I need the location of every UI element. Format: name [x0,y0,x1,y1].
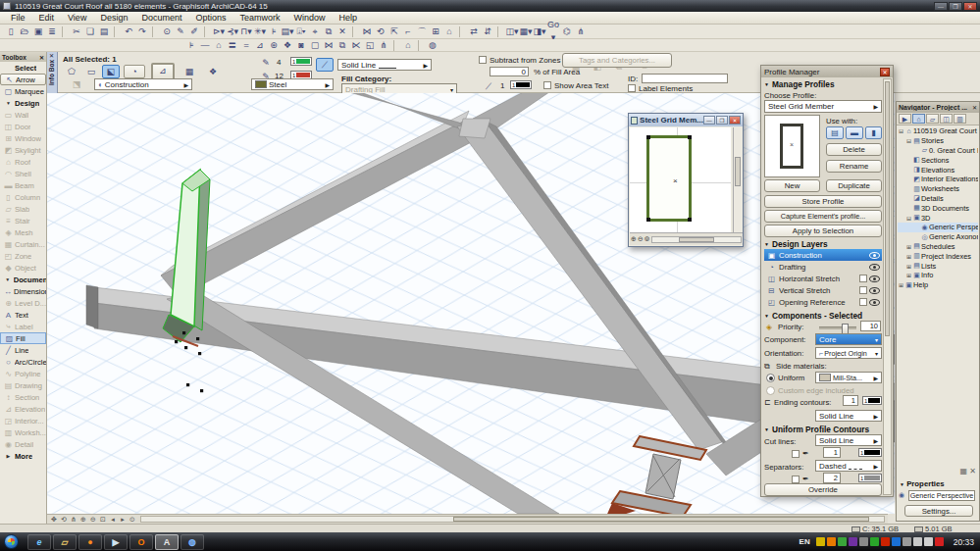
menu-view[interactable]: View [61,13,93,23]
uniform-radio[interactable] [766,374,775,382]
globe-icon[interactable]: ◍ [426,39,439,52]
arc-segment-icon[interactable]: ⌂ [212,39,226,52]
profile-polygon[interactable] [646,135,692,222]
pm-layer-opening-reference[interactable]: ◰ Opening Reference [764,296,882,308]
separators-dropdown[interactable]: Dashed▶ [815,460,882,472]
fw-vertical-scrollbar[interactable] [733,127,742,232]
tool-interior-elevation[interactable]: ◲ Interior... [0,415,46,426]
show-area-text-checkbox[interactable] [543,81,551,89]
tray-icon-8[interactable] [892,537,901,546]
apply-to-selection-button[interactable]: Apply to Selection [764,225,882,237]
tool-elevation[interactable]: ⊿ Elevation [0,403,46,415]
copy2-icon[interactable]: ⧉ [335,39,349,52]
info-box-tab[interactable]: ✕ Info Box [47,52,58,93]
minimize-button[interactable]: — [934,2,948,11]
use-with-wall-button[interactable]: ▤ [826,126,844,139]
ending-pen-value[interactable]: 1 [843,395,858,406]
tray-icon-6[interactable] [870,537,879,546]
home-icon[interactable]: ⌂ [442,25,456,38]
profile-editor-canvas[interactable]: × [630,127,731,232]
taskbar-archicad[interactable]: A [155,534,179,550]
orientation-dropdown[interactable]: ⌐Project Origin▾ [815,347,882,359]
fg-pen-swatch[interactable]: 1 [290,57,312,66]
expander-icon[interactable]: ⊞ [898,281,904,288]
teamwork-receive-icon[interactable]: ⇵ [481,25,494,38]
stretch-icon[interactable]: ⇱ [387,25,401,38]
tool-door[interactable]: ◫ Door [0,121,46,132]
geometry-method-2-icon[interactable]: ▭ [82,65,100,78]
layer-visibility-eye-icon[interactable] [869,276,880,282]
nav-item-sections[interactable]: ◧ Sections [898,155,978,165]
nav-item-interior-elevations[interactable]: ◩ Interior Elevations [898,175,978,184]
tray-icon-5[interactable] [859,537,868,546]
tool-level-dimension[interactable]: ⊕ Level D... [0,297,46,309]
taskbar-firefox[interactable]: ● [78,534,102,550]
cutlines-dropdown[interactable]: Solid Line▶ [815,434,882,446]
nav-item-schedules[interactable]: ⊞ ▤ Schedules [898,242,978,252]
navigator-close-icon[interactable]: ✕ [972,104,977,111]
previous-zoom-icon[interactable]: ◂ [108,516,118,524]
trim-dropdown-icon[interactable]: ⊰▾ [226,25,239,38]
new-button[interactable]: New [764,179,820,192]
cut-icon[interactable]: ✂ [70,25,83,38]
zoom-in-vp-icon[interactable]: ⊕ [78,516,88,524]
nav-item-details[interactable]: ◪ Details [898,194,978,204]
camera-icon[interactable]: ⌬ [560,25,574,38]
pan-icon[interactable]: ✥ [49,516,59,524]
look-to-icon[interactable]: ⊙ [128,516,137,524]
use-with-beam-button[interactable]: ▬ [846,126,863,139]
section-manage-profiles[interactable]: ▼Manage Profiles [764,79,835,89]
profile-select-dropdown[interactable]: Steel Grid Member▶ [764,100,882,113]
tool-shell[interactable]: ◠ Shell [0,168,46,179]
sep[interactable] [352,26,357,37]
layer-visibility-eye-icon[interactable] [869,264,880,271]
pm-layer-vertical-stretch[interactable]: ⊟ Vertical Stretch [764,284,882,296]
layout-book-icon[interactable]: ◫ [940,114,953,124]
camera2-icon[interactable]: ◙ [294,39,308,52]
profile-editor-titlebar[interactable]: Steel Grid Mem... — ❐ ✕ [629,114,743,126]
arc-icon[interactable]: ⌒ [415,25,429,38]
priority-value[interactable]: 10 [860,321,881,331]
section-design-layers[interactable]: ▼Design Layers [764,239,828,249]
taskbar-explorer[interactable]: ▱ [53,534,77,550]
stretch2-icon[interactable]: ⋈ [322,39,335,52]
delete-button[interactable]: Delete [826,143,882,156]
uniform-material-dropdown[interactable]: Mill-Sta...▶ [815,372,882,383]
expander-icon[interactable]: ⊞ [905,253,912,260]
line-type-dropdown[interactable]: Solid Line▶ [337,59,432,71]
inject-parameters-icon[interactable]: ✐ [187,25,201,38]
bold-line-icon[interactable]: 〓 [226,39,239,52]
rename-button[interactable]: Rename [826,160,882,173]
gravity-icon[interactable]: ⍗▾ [294,25,308,38]
walk-mode-icon[interactable]: ⋔ [69,516,78,524]
fillet-icon[interactable]: ⌐ [401,25,415,38]
tool-column[interactable]: ▯ Column [0,191,46,203]
walk-icon[interactable]: ⋔ [574,25,588,38]
tool-mesh[interactable]: ◈ Mesh [0,226,46,238]
rotate2-icon[interactable]: ◱ [363,39,377,52]
layer-checkbox[interactable] [859,298,867,306]
zoom-out-icon[interactable]: ⊖ [638,235,644,243]
taskbar-ie[interactable]: e [27,534,51,550]
section-uniform-contours[interactable]: ▼Uniform Profile Contours [764,425,869,434]
layer-checkbox[interactable] [859,286,867,294]
fg-pen-value[interactable]: 4 [277,58,281,67]
tray-icon-3[interactable] [838,537,847,546]
expander-icon[interactable]: ⊞ [905,243,912,250]
menu-help[interactable]: Help [333,13,365,23]
find-select-icon[interactable]: ⊙ [160,25,174,38]
area-pen-value[interactable]: 1 [500,81,504,90]
split-dropdown-icon[interactable]: ⊓▾ [239,25,253,38]
duplicate-button[interactable]: Duplicate [826,179,882,192]
nav-item-worksheets[interactable]: ▥ Worksheets [898,184,978,194]
nav-item-stories[interactable]: ⊟ ▤ Stories [898,136,978,146]
capture-profile-button[interactable]: Capture Element's profile... [764,210,882,223]
taskbar-office[interactable]: O [129,534,153,550]
pickup-parameters-icon[interactable]: ✎ [174,25,187,38]
nav-item-generic-axonometry[interactable]: ◎ Generic Axonom [898,232,978,242]
tool-zone[interactable]: ◰ Zone [0,250,46,262]
arrow-dropdown-icon[interactable]: ⊳▾ [212,25,226,38]
fill-preset-dropdown[interactable]: Steel▶ [251,78,334,90]
fill-poly-icon[interactable]: ⊿ [253,39,267,52]
navigator-titlebar[interactable]: Navigator - Project ... ✕ [897,102,979,113]
